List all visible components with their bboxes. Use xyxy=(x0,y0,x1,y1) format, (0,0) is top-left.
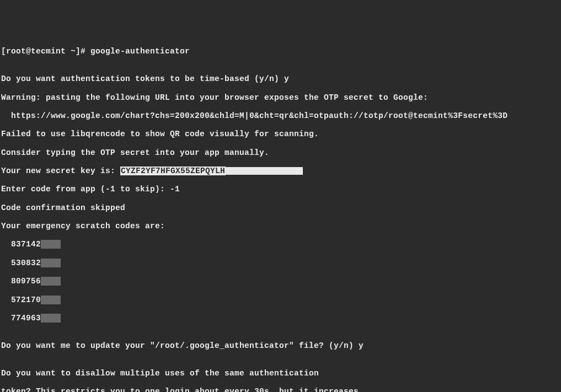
terminal-window[interactable]: [root@tecmint ~]# google-authenticator D… xyxy=(1,38,560,392)
secret-key-highlight: CYZF2YF7HFGX55ZEPQYLH xyxy=(120,167,226,175)
url-line: https://www.google.com/chart?chs=200x200… xyxy=(1,111,560,121)
censored-block xyxy=(41,277,61,286)
enter-code-line: Enter code from app (-1 to skip): -1 xyxy=(1,185,560,194)
censored-block xyxy=(41,259,61,267)
fail-line: Failed to use libqrencode to show QR cod… xyxy=(1,130,560,139)
warning-line: Warning: pasting the following URL into … xyxy=(1,93,560,103)
censored-block xyxy=(41,296,61,304)
codes-label-line: Your emergency scratch codes are: xyxy=(1,222,560,231)
scratch-code-2: 530832 xyxy=(1,259,560,268)
code-text: 530832 xyxy=(1,259,41,267)
secret-line: Your new secret key is: CYZF2YF7HFGX55ZE… xyxy=(1,167,560,176)
censored-block xyxy=(41,314,61,323)
scratch-code-1: 837142 xyxy=(1,240,560,249)
question-disallow-b: token? This restricts you to one login a… xyxy=(1,387,560,392)
skipped-line: Code confirmation skipped xyxy=(1,203,560,213)
scratch-code-3: 809756 xyxy=(1,277,560,286)
question-time-based: Do you want authentication tokens to be … xyxy=(1,74,560,84)
code-text: 572170 xyxy=(1,296,41,304)
consider-line: Consider typing the OTP secret into your… xyxy=(1,148,560,158)
censored-block xyxy=(41,240,61,249)
prompt-line: [root@tecmint ~]# google-authenticator xyxy=(1,47,560,56)
secret-label: Your new secret key is: xyxy=(1,167,120,175)
question-disallow-a: Do you want to disallow multiple uses of… xyxy=(1,369,560,378)
code-text: 774963 xyxy=(1,314,41,323)
question-update-file: Do you want me to update your "/root/.go… xyxy=(1,341,560,351)
scratch-code-5: 774963 xyxy=(1,314,560,323)
censored-block xyxy=(226,167,303,175)
code-text: 837142 xyxy=(1,240,41,249)
code-text: 809756 xyxy=(1,277,41,286)
scratch-code-4: 572170 xyxy=(1,296,560,305)
